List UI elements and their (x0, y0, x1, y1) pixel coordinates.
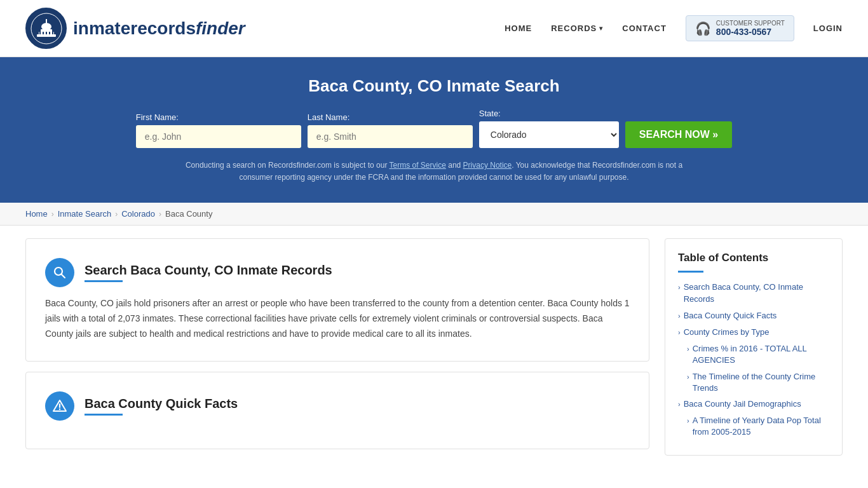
first-name-input[interactable] (136, 125, 301, 148)
toc-sublist-2: › A Timeline of Yearly Data Pop Total fr… (678, 415, 829, 438)
nav-records[interactable]: RECORDS ▾ (551, 24, 603, 33)
search-button[interactable]: SEARCH NOW » (625, 121, 732, 148)
inmate-records-section: Search Baca County, CO Inmate Records Ba… (25, 238, 649, 361)
support-info: CUSTOMER SUPPORT 800-433-0567 (716, 20, 785, 37)
breadcrumb: Home › Inmate Search › Colorado › Baca C… (0, 203, 868, 226)
toc-item-2: › Baca County Quick Facts (678, 310, 829, 322)
main-content: Search Baca County, CO Inmate Records Ba… (0, 226, 868, 471)
last-name-input[interactable] (308, 125, 473, 148)
toc-link-3[interactable]: › County Crimes by Type (678, 327, 829, 338)
svg-rect-5 (46, 19, 47, 24)
chevron-right-icon-7: › (687, 416, 689, 426)
toc-item-1: › Search Baca County, CO Inmate Records (678, 281, 829, 304)
last-name-label: Last Name: (308, 112, 349, 122)
quick-facts-section: Baca County Quick Facts (25, 372, 649, 449)
headphone-icon: 🎧 (695, 21, 711, 36)
privacy-link[interactable]: Privacy Notice (463, 161, 512, 170)
chevron-down-icon: ▾ (599, 25, 603, 32)
toc-sublist: › Crimes % in 2016 - TOTAL ALL AGENCIES … (678, 343, 829, 394)
breadcrumb-sep-1: › (51, 210, 54, 219)
svg-rect-10 (52, 32, 53, 34)
section-header-search: Search Baca County, CO Inmate Records (45, 258, 630, 287)
search-form: First Name: Last Name: State: Colorado A… (25, 109, 843, 148)
chevron-right-icon-3: › (678, 328, 681, 337)
first-name-label: First Name: (136, 112, 179, 122)
breadcrumb-home[interactable]: Home (25, 209, 48, 219)
alert-triangle-icon (52, 398, 67, 414)
section-body-search: Baca County, CO jails hold prisoners aft… (45, 296, 630, 341)
svg-point-15 (59, 409, 60, 410)
chevron-right-icon-6: › (678, 400, 681, 409)
breadcrumb-inmate-search[interactable]: Inmate Search (58, 209, 112, 219)
nav-contact[interactable]: CONTACT (622, 24, 667, 33)
section-header-facts: Baca County Quick Facts (45, 391, 630, 421)
svg-rect-9 (49, 32, 50, 34)
toc-item-5: › The Timeline of the County Crime Trend… (687, 371, 829, 394)
toc-link-7[interactable]: › A Timeline of Yearly Data Pop Total fr… (687, 415, 829, 438)
toc-link-1[interactable]: › Search Baca County, CO Inmate Records (678, 281, 829, 304)
toc-item-4: › Crimes % in 2016 - TOTAL ALL AGENCIES (687, 343, 829, 366)
toc-item-7: › A Timeline of Yearly Data Pop Total fr… (687, 415, 829, 438)
breadcrumb-sep-3: › (159, 210, 161, 219)
logo-icon (25, 8, 67, 49)
chevron-right-icon-5: › (687, 372, 689, 382)
nav-login[interactable]: LOGIN (813, 24, 843, 33)
toc-title: Table of Contents (678, 252, 829, 264)
terms-link[interactable]: Terms of Service (390, 161, 446, 170)
customer-support-box: 🎧 CUSTOMER SUPPORT 800-433-0567 (686, 15, 794, 41)
section-title-underline-facts (85, 414, 123, 416)
main-nav: HOME RECORDS ▾ CONTACT 🎧 CUSTOMER SUPPOR… (505, 15, 843, 41)
toc-link-2[interactable]: › Baca County Quick Facts (678, 310, 829, 322)
last-name-group: Last Name: (308, 112, 473, 148)
toc-list: › Search Baca County, CO Inmate Records … (678, 281, 829, 438)
section-title-wrap-facts: Baca County Quick Facts (85, 396, 238, 416)
chevron-right-icon-4: › (687, 344, 689, 354)
state-select[interactable]: Colorado Alabama Alaska (479, 121, 619, 148)
svg-line-12 (62, 274, 65, 278)
chevron-right-icon-2: › (678, 311, 681, 321)
content-left: Search Baca County, CO Inmate Records Ba… (25, 238, 649, 459)
alert-icon-circle (45, 391, 74, 421)
hero-section: Baca County, CO Inmate Search First Name… (0, 57, 868, 203)
breadcrumb-state[interactable]: Colorado (121, 209, 155, 219)
toc-link-5[interactable]: › The Timeline of the County Crime Trend… (687, 371, 829, 394)
section-title-wrap: Search Baca County, CO Inmate Records (85, 263, 332, 282)
state-group: State: Colorado Alabama Alaska (479, 109, 619, 148)
search-icon-circle (45, 258, 74, 287)
state-label: State: (479, 109, 501, 118)
first-name-group: First Name: (136, 112, 301, 148)
section-title-facts: Baca County Quick Facts (85, 396, 238, 411)
breadcrumb-county: Baca County (165, 209, 212, 219)
logo-area: inmaterecordsfinder (25, 8, 245, 49)
site-header: inmaterecordsfinder HOME RECORDS ▾ CONTA… (0, 0, 868, 57)
hero-title: Baca County, CO Inmate Search (25, 76, 843, 96)
breadcrumb-sep-2: › (115, 210, 118, 219)
section-title-search: Search Baca County, CO Inmate Records (85, 263, 332, 278)
section-title-underline (85, 280, 123, 282)
toc-box: Table of Contents › Search Baca County, … (665, 238, 843, 456)
svg-rect-7 (43, 32, 44, 34)
toc-link-6[interactable]: › Baca County Jail Demographics (678, 398, 829, 410)
nav-home[interactable]: HOME (505, 24, 532, 33)
toc-item-6: › Baca County Jail Demographics (678, 398, 829, 410)
support-number: 800-433-0567 (716, 27, 785, 37)
svg-rect-6 (39, 32, 41, 34)
chevron-right-icon: › (678, 283, 681, 292)
support-label: CUSTOMER SUPPORT (716, 20, 785, 27)
toc-link-4[interactable]: › Crimes % in 2016 - TOTAL ALL AGENCIES (687, 343, 829, 366)
toc-sidebar: Table of Contents › Search Baca County, … (665, 238, 843, 459)
magnifier-icon (52, 265, 67, 280)
logo-text: inmaterecordsfinder (73, 18, 245, 39)
disclaimer-text: Conducting a search on Recordsfinder.com… (180, 159, 688, 184)
toc-divider (678, 271, 703, 273)
toc-item-3: › County Crimes by Type (678, 327, 829, 338)
svg-rect-8 (46, 32, 47, 34)
